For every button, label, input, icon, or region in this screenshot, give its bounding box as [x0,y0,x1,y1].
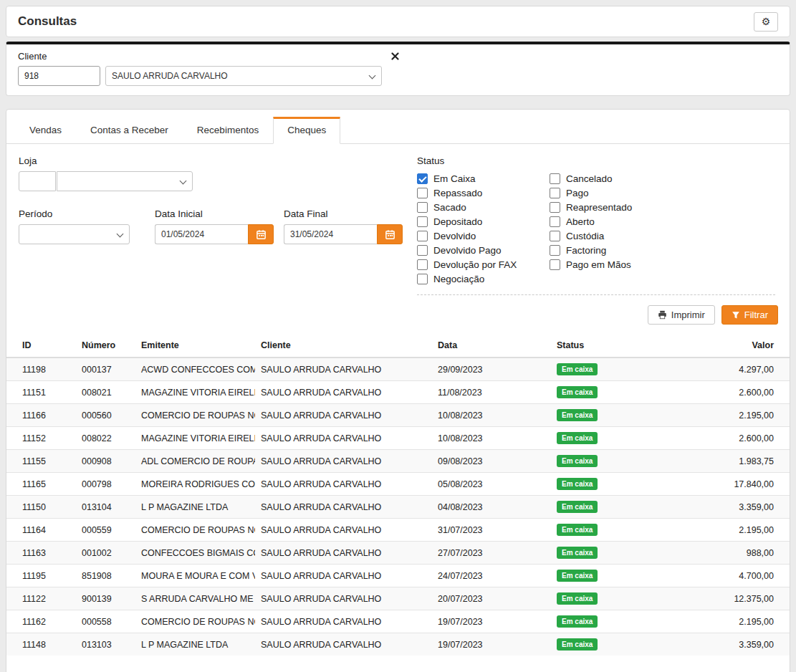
imprimir-button[interactable]: Imprimir [648,305,715,325]
checkbox-checked-icon[interactable] [417,173,428,184]
cell-valor: 1.983,75 [680,450,790,473]
checkbox-icon[interactable] [550,216,560,227]
checkbox-icon[interactable] [417,231,428,241]
table-row[interactable]: 11163001002CONFECCOES BIGMAIS COM…SAULO … [6,542,790,565]
cell-valor: 4.700,00 [680,565,790,587]
cell-numero: 008022 [76,427,135,450]
periodo-select[interactable] [19,224,130,244]
checkbox-icon[interactable] [417,188,428,198]
cell-valor: 12.375,00 [680,587,790,610]
status-checkbox-reapresentado[interactable]: Reapresentado [550,200,775,214]
status-checkbox-label: Pago [566,188,589,198]
tab-vendas[interactable]: Vendas [15,117,76,144]
checkbox-icon[interactable] [550,245,560,256]
table-row[interactable]: 11155000908ADL COMERCIO DE ROUPAS …SAULO… [6,450,790,473]
cell-data: 31/07/2023 [432,519,551,542]
checkbox-icon[interactable] [550,173,560,184]
table-row[interactable]: 11198000137ACWD CONFECCOES COMER…SAULO A… [6,357,790,381]
cell-numero: 900139 [76,587,135,610]
status-checkbox-label: Pago em Mãos [566,259,631,270]
status-checkbox-label: Devolução por FAX [433,259,517,270]
cell-numero: 013103 [76,633,135,656]
status-badge: Em caixa [557,570,598,582]
loja-select[interactable] [57,171,193,191]
checkbox-icon[interactable] [417,202,428,213]
cell-status: Em caixa [551,542,680,565]
cell-status: Em caixa [551,381,680,404]
status-filter-block: Status Em CaixaRepassadoSacadoDepositado… [417,155,775,295]
status-checkbox-label: Repassado [433,188,482,198]
header-card: Consultas ⚙ [6,6,790,37]
filtrar-button[interactable]: Filtrar [721,305,778,325]
checkbox-icon[interactable] [550,202,560,213]
tab-recebimentos[interactable]: Recebimentos [183,117,273,144]
action-buttons: Imprimir Filtrar [6,295,790,325]
cell-data: 27/07/2023 [432,542,551,565]
gear-icon: ⚙ [762,16,771,27]
table-row[interactable]: 11150013104L P MAGAZINE LTDASAULO ARRUDA… [6,496,790,519]
data-inicial-calendar-button[interactable] [248,224,274,244]
cell-id: 11150 [6,496,76,519]
cell-cliente: SAULO ARRUDA CARVALHO [255,427,432,450]
client-select[interactable]: SAULO ARRUDA CARVALHO [105,66,382,86]
cell-emitente: CONFECCOES BIGMAIS COM… [135,542,255,565]
status-badge: Em caixa [557,524,598,536]
checkbox-icon[interactable] [417,216,428,227]
checkbox-icon[interactable] [417,245,428,256]
status-checkbox-pago-em-maos[interactable]: Pago em Mãos [550,257,775,272]
status-checkbox-aberto[interactable]: Aberto [550,214,775,229]
status-checkbox-factoring[interactable]: Factoring [550,243,775,257]
data-final-input[interactable] [284,224,377,244]
cell-numero: 001002 [76,542,135,565]
status-checkbox-repassado[interactable]: Repassado [417,186,550,200]
table-row[interactable]: 11165000798MOREIRA RODRIGUES COME…SAULO … [6,473,790,496]
status-checkbox-devolucao-por-fax[interactable]: Devolução por FAX [417,257,550,272]
clear-client-button[interactable] [391,52,399,60]
table-row[interactable]: 11162000558COMERCIO DE ROUPAS NOV…SAULO … [6,610,790,633]
status-checkbox-sacado[interactable]: Sacado [417,200,550,214]
client-code-input[interactable] [18,66,100,86]
loja-label: Loja [19,155,417,166]
table-row[interactable]: 11195851908MOURA E MOURA E COM VAR…SAULO… [6,565,790,587]
checkbox-icon[interactable] [550,188,560,198]
table-row[interactable]: 11166000560COMERCIO DE ROUPAS NOV…SAULO … [6,404,790,427]
status-badge: Em caixa [557,547,598,559]
cell-status: Em caixa [551,357,680,381]
settings-button[interactable]: ⚙ [754,12,778,32]
status-checkbox-custodia[interactable]: Custódia [550,229,775,243]
column-header-emitente: Emitente [135,334,255,357]
checkbox-icon[interactable] [417,259,428,270]
cell-id: 11166 [6,404,76,427]
table-row[interactable]: 11152008022MAGAZINE VITORIA EIRELI MESAU… [6,427,790,450]
cell-emitente: MOURA E MOURA E COM VAR… [135,565,255,587]
cell-status: Em caixa [551,610,680,633]
cell-status: Em caixa [551,404,680,427]
tab-cheques[interactable]: Cheques [273,117,340,144]
loja-code-input[interactable] [19,171,56,191]
checkbox-icon[interactable] [550,231,560,241]
status-checkbox-cancelado[interactable]: Cancelado [550,171,775,186]
status-checkbox-depositado[interactable]: Depositado [417,214,550,229]
status-checkbox-em-caixa[interactable]: Em Caixa [417,171,550,186]
column-header-data: Data [432,334,551,357]
table-row[interactable]: 11148013103L P MAGAZINE LTDASAULO ARRUDA… [6,633,790,656]
table-row[interactable]: 11151008021MAGAZINE VITORIA EIRELI MESAU… [6,381,790,404]
table-row[interactable]: 11164000559COMERCIO DE ROUPAS NOV…SAULO … [6,519,790,542]
status-badge: Em caixa [557,478,598,490]
status-checkbox-pago[interactable]: Pago [550,186,775,200]
data-inicial-input[interactable] [155,224,248,244]
cheques-table: IDNúmeroEmitenteClienteDataStatusValor 1… [6,334,790,656]
table-row[interactable]: 11122900139S ARRUDA CARVALHO MESAULO ARR… [6,587,790,610]
checkbox-icon[interactable] [550,259,560,270]
tab-contas-a-receber[interactable]: Contas a Receber [76,117,183,144]
status-checkbox-label: Custódia [566,231,604,241]
status-checkbox-label: Reapresentado [566,202,632,213]
cell-numero: 000559 [76,519,135,542]
data-final-calendar-button[interactable] [377,224,403,244]
checkbox-icon[interactable] [417,274,428,284]
status-checkbox-devolvido[interactable]: Devolvido [417,229,550,243]
status-badge: Em caixa [557,638,598,651]
status-checkbox-negociacao[interactable]: Negociação [417,272,550,286]
cell-emitente: L P MAGAZINE LTDA [135,496,255,519]
status-checkbox-devolvido-pago[interactable]: Devolvido Pago [417,243,550,257]
